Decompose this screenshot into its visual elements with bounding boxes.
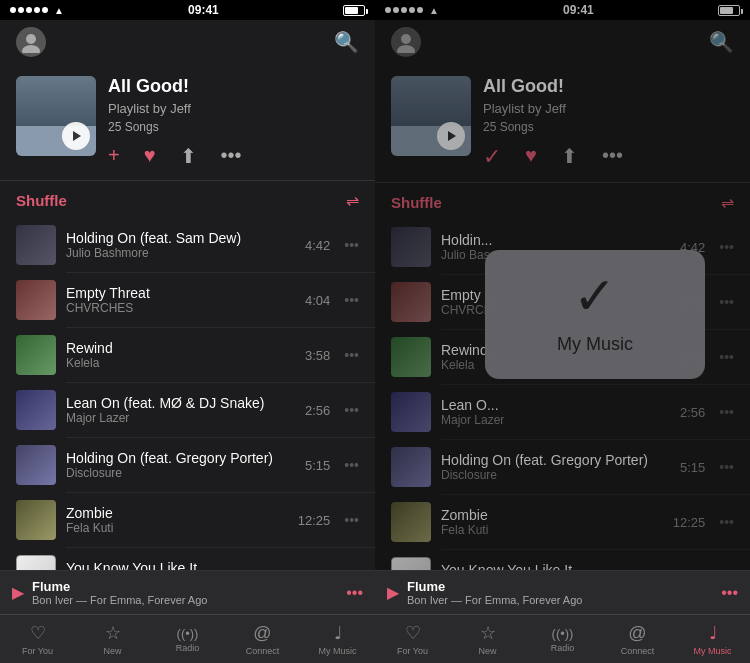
song-more-left-0[interactable]: ••• [344, 237, 359, 253]
tab-icon-connect-left: @ [253, 623, 271, 644]
tab-mymusic-right[interactable]: ♩ My Music [675, 622, 750, 656]
signal-dots [10, 7, 48, 13]
tab-bar-left: ♡ For You ☆ New ((•)) Radio @ Connect ♩ … [0, 614, 375, 663]
song-item-left-5[interactable]: Zombie Fela Kuti 12:25 ••• [0, 493, 375, 547]
heart-icon-left[interactable]: ♥ [144, 144, 156, 168]
song-name-left-4: Holding On (feat. Gregory Porter) [66, 450, 295, 466]
tab-label-mymusic-right: My Music [694, 646, 732, 656]
tab-icon-mymusic-right: ♩ [709, 622, 717, 644]
song-name-left-1: Empty Threat [66, 285, 295, 301]
nav-bar-left: 🔍 [0, 20, 375, 64]
song-item-left-1[interactable]: Empty Threat CHVRCHES 4:04 ••• [0, 273, 375, 327]
add-icon-left[interactable]: + [108, 144, 120, 168]
header-actions-left: + ♥ ⬆ ••• [108, 144, 359, 168]
battery-fill-left [345, 7, 358, 14]
mini-play-icon-left[interactable]: ▶ [12, 583, 24, 602]
mini-artist-left: Bon Iver — For Emma, Forever Ago [32, 594, 338, 606]
tab-new-left[interactable]: ☆ New [75, 622, 150, 656]
song-artist-left-3: Major Lazer [66, 411, 295, 425]
play-triangle-left [73, 131, 81, 141]
song-info-left-6: You Know You Like It DJ Snake & AlunaGeo… [66, 560, 295, 570]
tab-label-for-you-right: For You [397, 646, 428, 656]
song-more-left-3[interactable]: ••• [344, 402, 359, 418]
status-bar-left: ▲ 09:41 [0, 0, 375, 20]
song-thumb-left-2 [16, 335, 56, 375]
tab-icon-for-you-right: ♡ [405, 622, 421, 644]
shuffle-icon-left[interactable]: ⇌ [346, 191, 359, 210]
tab-radio-right[interactable]: ((•)) Radio [525, 626, 600, 653]
tab-icon-connect-right: @ [628, 623, 646, 644]
tab-connect-left[interactable]: @ Connect [225, 623, 300, 656]
dot-3 [26, 7, 32, 13]
tab-icon-new-right: ☆ [480, 622, 496, 644]
section-header-left: Shuffle ⇌ [0, 181, 375, 218]
song-item-left-6[interactable]: You Know You Like It DJ Snake & AlunaGeo… [0, 548, 375, 570]
song-item-left-3[interactable]: Lean On (feat. MØ & DJ Snake) Major Laze… [0, 383, 375, 437]
battery-icon-left [343, 5, 365, 16]
mini-artist-right: Bon Iver — For Emma, Forever Ago [407, 594, 713, 606]
song-more-left-1[interactable]: ••• [344, 292, 359, 308]
mini-more-icon-right[interactable]: ••• [721, 584, 738, 602]
song-more-left-5[interactable]: ••• [344, 512, 359, 528]
song-name-left-3: Lean On (feat. MØ & DJ Snake) [66, 395, 295, 411]
song-item-left-0[interactable]: Holding On (feat. Sam Dew) Julio Bashmor… [0, 218, 375, 272]
song-more-left-4[interactable]: ••• [344, 457, 359, 473]
song-artist-left-1: CHVRCHES [66, 301, 295, 315]
tab-label-new-left: New [103, 646, 121, 656]
song-duration-left-0: 4:42 [305, 238, 330, 253]
search-icon-left[interactable]: 🔍 [334, 30, 359, 54]
song-info-left-1: Empty Threat CHVRCHES [66, 285, 295, 315]
tab-label-radio-right: Radio [551, 643, 575, 653]
tab-new-right[interactable]: ☆ New [450, 622, 525, 656]
song-duration-left-4: 5:15 [305, 458, 330, 473]
mini-info-right: Flume Bon Iver — For Emma, Forever Ago [407, 579, 713, 606]
song-name-left-0: Holding On (feat. Sam Dew) [66, 230, 295, 246]
mini-play-icon-right[interactable]: ▶ [387, 583, 399, 602]
song-info-left-3: Lean On (feat. MØ & DJ Snake) Major Laze… [66, 395, 295, 425]
song-duration-left-2: 3:58 [305, 348, 330, 363]
song-duration-left-3: 2:56 [305, 403, 330, 418]
left-panel: ▲ 09:41 🔍 All Good! Playlist by Je [0, 0, 375, 663]
battery-area-left [343, 5, 365, 16]
svg-point-1 [22, 45, 40, 53]
header-card-left: All Good! Playlist by Jeff 25 Songs + ♥ … [0, 64, 375, 180]
song-duration-left-1: 4:04 [305, 293, 330, 308]
tab-radio-left[interactable]: ((•)) Radio [150, 626, 225, 653]
more-icon-left[interactable]: ••• [221, 144, 242, 168]
song-artist-left-0: Julio Bashmore [66, 246, 295, 260]
tab-connect-right[interactable]: @ Connect [600, 623, 675, 656]
song-artist-left-5: Fela Kuti [66, 521, 288, 535]
song-info-left-4: Holding On (feat. Gregory Porter) Disclo… [66, 450, 295, 480]
tab-label-for-you-left: For You [22, 646, 53, 656]
song-duration-left-5: 12:25 [298, 513, 331, 528]
tab-icon-new-left: ☆ [105, 622, 121, 644]
playlist-subtitle-left: Playlist by Jeff [108, 101, 359, 116]
mini-player-left[interactable]: ▶ Flume Bon Iver — For Emma, Forever Ago… [0, 570, 375, 614]
tab-for-you-left[interactable]: ♡ For You [0, 622, 75, 656]
dot-2 [18, 7, 24, 13]
play-button-left[interactable] [62, 122, 90, 150]
tab-for-you-right[interactable]: ♡ For You [375, 622, 450, 656]
tab-mymusic-left[interactable]: ♩ My Music [300, 622, 375, 656]
song-item-left-2[interactable]: Rewind Kelela 3:58 ••• [0, 328, 375, 382]
tab-label-connect-left: Connect [246, 646, 280, 656]
avatar-left[interactable] [16, 27, 46, 57]
song-item-left-4[interactable]: Holding On (feat. Gregory Porter) Disclo… [0, 438, 375, 492]
playlist-title-left: All Good! [108, 76, 359, 97]
svg-point-0 [26, 34, 36, 44]
album-art-left[interactable] [16, 76, 96, 156]
mini-more-icon-left[interactable]: ••• [346, 584, 363, 602]
mini-player-right[interactable]: ▶ Flume Bon Iver — For Emma, Forever Ago… [375, 570, 750, 614]
song-more-left-2[interactable]: ••• [344, 347, 359, 363]
tab-label-connect-right: Connect [621, 646, 655, 656]
song-info-left-5: Zombie Fela Kuti [66, 505, 288, 535]
dot-4 [34, 7, 40, 13]
signal-area: ▲ [10, 5, 64, 16]
tab-label-new-right: New [478, 646, 496, 656]
share-icon-left[interactable]: ⬆ [180, 144, 197, 168]
mini-song-right: Flume [407, 579, 713, 594]
song-thumb-left-6 [16, 555, 56, 570]
tab-icon-for-you-left: ♡ [30, 622, 46, 644]
song-thumb-left-5 [16, 500, 56, 540]
song-name-left-2: Rewind [66, 340, 295, 356]
